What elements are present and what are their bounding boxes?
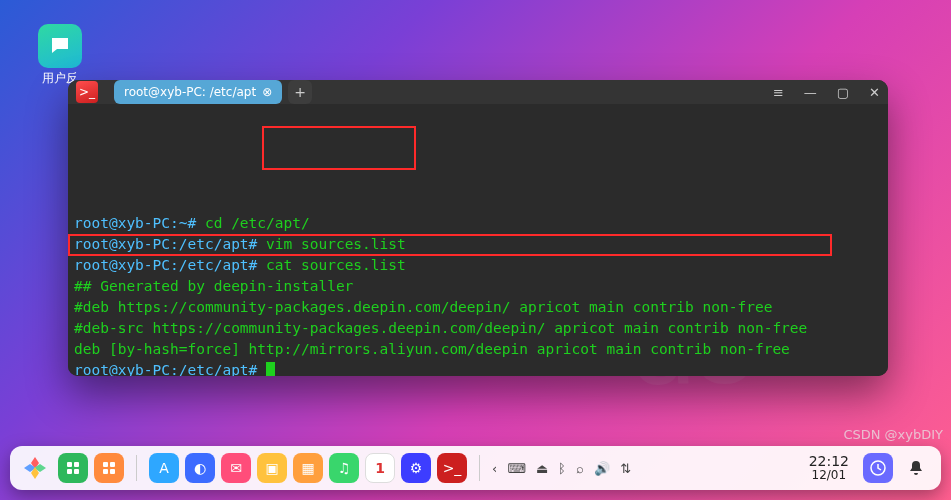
tab-strip: root@xyb-PC: /etc/apt ⊗ + <box>114 80 312 104</box>
music-icon[interactable]: ♫ <box>329 453 359 483</box>
svg-rect-0 <box>67 462 72 467</box>
highlight-box-commands <box>262 126 416 170</box>
prompt: root@xyb-PC:/etc/apt# <box>74 257 257 273</box>
terminal-window: >_ root@xyb-PC: /etc/apt ⊗ + ≡ — ▢ ✕ roo… <box>68 80 888 376</box>
command-text: cd /etc/apt/ <box>196 215 310 231</box>
terminal-icon[interactable]: >_ <box>437 453 467 483</box>
command-text: vim sources.list <box>257 236 405 252</box>
clock-time: 22:12 <box>809 454 849 469</box>
window-titlebar[interactable]: >_ root@xyb-PC: /etc/apt ⊗ + ≡ — ▢ ✕ <box>68 80 888 104</box>
terminal-line: root@xyb-PC:/etc/apt# <box>74 360 882 376</box>
feedback-icon <box>38 24 82 68</box>
svg-rect-3 <box>74 469 79 474</box>
dock-separator <box>479 455 480 481</box>
command-text: cat sources.list <box>257 257 405 273</box>
desktop-icon[interactable] <box>94 453 124 483</box>
notification-bell-icon[interactable] <box>901 453 931 483</box>
dock-separator <box>136 455 137 481</box>
prompt: root@xyb-PC:/etc/apt# <box>74 236 257 252</box>
prompt: root@xyb-PC:~# <box>74 215 196 231</box>
browser-icon[interactable]: ◐ <box>185 453 215 483</box>
taskbar: A◐✉▣▦♫1⚙>_ ‹⌨⏏ᛒ⌕🔊⇅ 22:12 12/01 <box>10 446 941 490</box>
cursor <box>266 362 275 376</box>
desktop-icon-feedback[interactable]: 用户反 <box>30 24 90 87</box>
svg-rect-7 <box>110 469 115 474</box>
svg-rect-6 <box>103 469 108 474</box>
search-icon[interactable]: ⌕ <box>576 461 584 476</box>
terminal-line: ## Generated by deepin-installer <box>74 276 882 297</box>
terminal-body[interactable]: root@xyb-PC:~# cd /etc/apt/root@xyb-PC:/… <box>68 104 888 376</box>
app-store-icon[interactable]: A <box>149 453 179 483</box>
mail-icon[interactable]: ✉ <box>221 453 251 483</box>
usb-icon[interactable]: ⏏ <box>536 461 548 476</box>
control-center-icon[interactable]: ⚙ <box>401 453 431 483</box>
tab-title: root@xyb-PC: /etc/apt <box>124 85 256 99</box>
network-icon[interactable]: ⇅ <box>620 461 631 476</box>
calendar-icon[interactable]: 1 <box>365 453 395 483</box>
terminal-line: root@xyb-PC:~# cd /etc/apt/ <box>74 213 882 234</box>
svg-rect-4 <box>103 462 108 467</box>
svg-rect-2 <box>67 469 72 474</box>
multitask-icon[interactable] <box>58 453 88 483</box>
window-controls: ≡ — ▢ ✕ <box>773 85 880 100</box>
terminal-app-icon: >_ <box>76 81 98 103</box>
terminal-line: #deb-src https://community-packages.deep… <box>74 318 882 339</box>
tab-close-icon[interactable]: ⊗ <box>262 85 272 99</box>
terminal-line: #deb https://community-packages.deepin.c… <box>74 297 882 318</box>
new-tab-button[interactable]: + <box>288 80 312 104</box>
keyboard-icon[interactable]: ⌨ <box>507 461 526 476</box>
close-button[interactable]: ✕ <box>869 85 880 100</box>
minimize-button[interactable]: — <box>804 85 817 100</box>
bluetooth-icon[interactable]: ᛒ <box>558 461 566 476</box>
svg-rect-1 <box>74 462 79 467</box>
launcher-icon[interactable] <box>20 453 50 483</box>
terminal-line: deb [by-hash=force] http://mirrors.aliyu… <box>74 339 882 360</box>
prompt: root@xyb-PC:/etc/apt# <box>74 362 257 376</box>
tab-terminal[interactable]: root@xyb-PC: /etc/apt ⊗ <box>114 80 282 104</box>
watermark-text: CSDN @xybDIY <box>843 427 943 442</box>
clock[interactable]: 22:12 12/01 <box>809 454 849 481</box>
menu-button[interactable]: ≡ <box>773 85 784 100</box>
maximize-button[interactable]: ▢ <box>837 85 849 100</box>
clock-date: 12/01 <box>809 469 849 482</box>
file-manager-icon[interactable]: ▣ <box>257 453 287 483</box>
terminal-line: root@xyb-PC:/etc/apt# vim sources.list <box>74 234 882 255</box>
volume-icon[interactable]: 🔊 <box>594 461 610 476</box>
terminal-line: root@xyb-PC:/etc/apt# cat sources.list <box>74 255 882 276</box>
svg-rect-5 <box>110 462 115 467</box>
command-text <box>257 362 266 376</box>
tray-chevron-icon[interactable]: ‹ <box>492 461 497 476</box>
datetime-icon[interactable] <box>863 453 893 483</box>
photos-icon[interactable]: ▦ <box>293 453 323 483</box>
